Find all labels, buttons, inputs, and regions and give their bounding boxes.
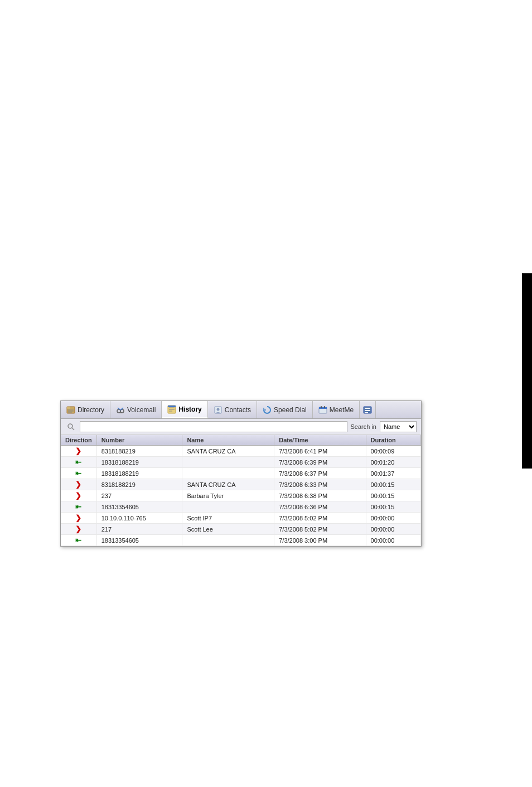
duration-cell: 00:00:15 <box>366 501 420 513</box>
direction-arrow: ❯ <box>75 480 81 489</box>
number-cell: 18318188219 <box>96 468 182 479</box>
datetime-cell: 7/3/2008 5:02 PM <box>274 513 366 524</box>
tab-extra-button[interactable] <box>360 401 376 418</box>
svg-rect-18 <box>324 406 325 408</box>
name-cell <box>182 457 274 468</box>
tab-history[interactable]: History <box>162 401 207 418</box>
col-number: Number <box>96 435 182 446</box>
duration-cell: 00:00:00 <box>366 513 420 524</box>
direction-cell: ⇤ <box>61 457 96 468</box>
datetime-cell: 7/3/2008 3:00 PM <box>274 535 366 546</box>
number-cell: 8318188219 <box>96 479 182 490</box>
table-row[interactable]: ❯217Scott Lee7/3/2008 5:02 PM00:00:00 <box>61 524 421 535</box>
search-in-label: Search in <box>351 423 376 430</box>
table-row[interactable]: ⇤183181882197/3/2008 6:39 PM00:01:20 <box>61 457 421 468</box>
col-datetime: Date/Time <box>274 435 366 446</box>
name-cell: Scott Lee <box>182 524 274 535</box>
tab-voicemail-label: Voicemail <box>127 406 156 414</box>
duration-cell: 00:00:15 <box>366 479 420 490</box>
datetime-cell: 7/3/2008 5:02 PM <box>274 524 366 535</box>
svg-point-14 <box>216 408 219 411</box>
direction-arrow: ⇤ <box>75 469 81 477</box>
contacts-icon <box>214 405 223 414</box>
datetime-cell: 7/3/2008 6:39 PM <box>274 457 366 468</box>
datetime-cell: 7/3/2008 6:41 PM <box>274 446 366 457</box>
number-cell: 18318188219 <box>96 457 182 468</box>
svg-rect-22 <box>365 412 368 413</box>
direction-arrow: ⇤ <box>75 536 81 544</box>
name-cell <box>182 501 274 513</box>
duration-cell: 00:00:15 <box>366 490 420 501</box>
history-icon <box>167 405 176 414</box>
tab-voicemail[interactable]: Voicemail <box>110 401 162 418</box>
direction-cell: ⇤ <box>61 535 96 546</box>
number-cell: 10.10.0.110-765 <box>96 513 182 524</box>
table-row[interactable]: ⇤183133546057/3/2008 6:36 PM00:00:15 <box>61 501 421 513</box>
table-row[interactable]: ❯237Barbara Tyler7/3/2008 6:38 PM00:00:1… <box>61 490 421 501</box>
name-cell <box>182 468 274 479</box>
table-row[interactable]: ❯8318188219SANTA CRUZ CA7/3/2008 6:33 PM… <box>61 479 421 490</box>
meetme-icon <box>318 405 327 414</box>
direction-cell: ⇤ <box>61 468 96 479</box>
duration-cell: 00:01:20 <box>366 457 420 468</box>
duration-cell: 00:00:09 <box>366 446 420 457</box>
tab-speeddial[interactable]: Speed Dial <box>257 401 313 418</box>
name-cell <box>182 535 274 546</box>
table-row[interactable]: ❯10.10.0.110-765Scott IP77/3/2008 5:02 P… <box>61 513 421 524</box>
directory-icon <box>66 405 75 414</box>
name-cell: SANTA CRUZ CA <box>182 446 274 457</box>
tab-meetme-label: MeetMe <box>330 406 354 414</box>
direction-cell: ❯ <box>61 446 96 457</box>
side-panel <box>522 273 532 469</box>
direction-arrow: ❯ <box>75 525 81 533</box>
search-input[interactable] <box>80 421 347 432</box>
svg-point-23 <box>68 424 72 428</box>
direction-arrow: ⇤ <box>75 503 81 511</box>
table-row[interactable]: ⇤183133546057/3/2008 3:00 PM00:00:00 <box>61 535 421 546</box>
tab-bar: Directory Voicemail <box>61 401 421 419</box>
name-cell: SANTA CRUZ CA <box>182 479 274 490</box>
datetime-cell: 7/3/2008 6:37 PM <box>274 468 366 479</box>
tab-contacts-label: Contacts <box>225 406 251 414</box>
col-name: Name <box>182 435 274 446</box>
number-cell: 18313354605 <box>96 501 182 513</box>
table-row[interactable]: ⇤183181882197/3/2008 6:37 PM00:01:37 <box>61 468 421 479</box>
direction-cell: ❯ <box>61 490 96 501</box>
tab-meetme[interactable]: MeetMe <box>313 401 360 418</box>
direction-arrow: ⇤ <box>75 458 81 466</box>
direction-cell: ❯ <box>61 513 96 524</box>
svg-rect-20 <box>365 408 370 409</box>
tab-speeddial-label: Speed Dial <box>274 406 307 414</box>
svg-rect-21 <box>365 410 370 411</box>
direction-arrow: ❯ <box>75 514 81 522</box>
tab-directory[interactable]: Directory <box>61 401 110 418</box>
number-cell: 237 <box>96 490 182 501</box>
direction-cell: ❯ <box>61 479 96 490</box>
col-direction: Direction <box>61 435 96 446</box>
history-table: Direction Number Name Date/Time Duration… <box>61 435 421 546</box>
col-duration: Duration <box>366 435 420 446</box>
number-cell: 217 <box>96 524 182 535</box>
tab-contacts[interactable]: Contacts <box>208 401 257 418</box>
search-bar: Search in Name Number <box>61 419 421 435</box>
datetime-cell: 7/3/2008 6:33 PM <box>274 479 366 490</box>
duration-cell: 00:00:00 <box>366 524 420 535</box>
direction-arrow: ❯ <box>75 491 81 500</box>
name-cell: Barbara Tyler <box>182 490 274 501</box>
number-cell: 18313354605 <box>96 535 182 546</box>
name-cell: Scott IP7 <box>182 513 274 524</box>
extra-icon <box>363 405 372 414</box>
tab-directory-label: Directory <box>78 406 104 414</box>
svg-line-24 <box>72 428 74 430</box>
svg-rect-17 <box>321 406 322 408</box>
table-row[interactable]: ❯8318188219SANTA CRUZ CA7/3/2008 6:41 PM… <box>61 446 421 457</box>
svg-rect-12 <box>168 405 176 407</box>
duration-cell: 00:01:37 <box>366 468 420 479</box>
direction-cell: ⇤ <box>61 501 96 513</box>
search-in-select[interactable]: Name Number <box>380 421 417 432</box>
table-header-row: Direction Number Name Date/Time Duration <box>61 435 421 446</box>
app-window: Directory Voicemail <box>60 400 422 547</box>
speeddial-icon <box>263 405 272 414</box>
number-cell: 8318188219 <box>96 446 182 457</box>
duration-cell: 00:00:00 <box>366 535 420 546</box>
